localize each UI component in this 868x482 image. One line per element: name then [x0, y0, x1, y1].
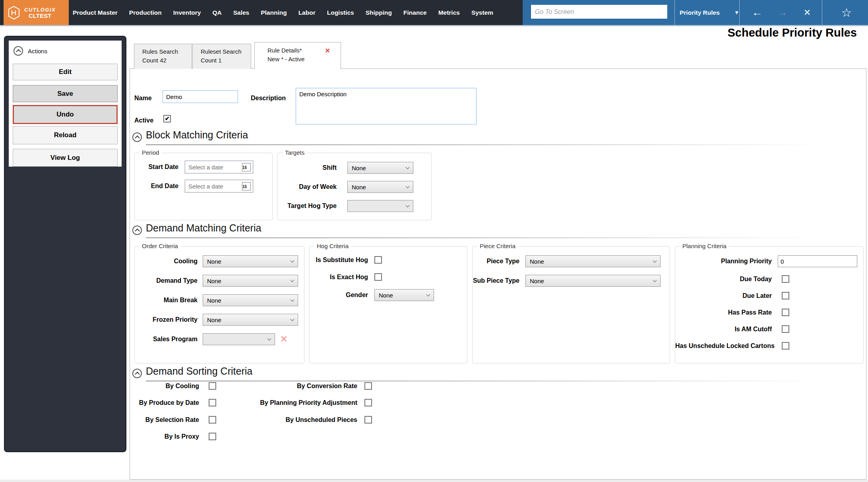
start-date-input[interactable]: Select a date 15 [185, 161, 253, 173]
cooling-dropdown[interactable]: None [203, 255, 298, 267]
is-exact-hog-checkbox[interactable] [374, 273, 382, 281]
collapse-actions-icon[interactable] [14, 46, 23, 56]
menu-item-finance[interactable]: Finance [403, 9, 427, 16]
by-conversion-rate-checkbox[interactable] [364, 382, 372, 390]
shift-label: Shift [281, 164, 337, 172]
by-selection-rate-checkbox[interactable] [209, 416, 216, 424]
main-break-dropdown[interactable]: None [203, 294, 298, 306]
menu-item-sales[interactable]: Sales [233, 9, 250, 16]
chevron-down-icon [291, 278, 294, 282]
collapse-demand-matching-icon[interactable] [132, 225, 142, 235]
by-selection-rate-label: By Selection Rate [136, 416, 199, 424]
gender-dropdown[interactable]: None [374, 289, 434, 301]
demand-type-dropdown[interactable]: None [203, 275, 298, 287]
cutlogix-logo-icon [7, 6, 21, 20]
shift-dropdown[interactable]: None [347, 162, 413, 174]
description-label: Description [251, 94, 286, 102]
planning-priority-input[interactable] [778, 255, 857, 267]
by-planning-priority-adjustment-checkbox[interactable] [364, 399, 372, 406]
collapse-block-matching-icon[interactable] [132, 132, 142, 142]
menu-item-product-master[interactable]: Product Master [73, 9, 118, 16]
menu-item-labor[interactable]: Labor [298, 9, 316, 16]
period-groupbox: Period Start Date Select a date 15 End D… [134, 153, 273, 220]
go-to-screen-input[interactable] [531, 4, 668, 19]
tab-close-icon[interactable]: ✕ [325, 47, 330, 55]
name-input[interactable] [163, 90, 238, 103]
forward-arrow-icon[interactable]: → [774, 0, 790, 25]
favorite-star-icon[interactable]: ☆ [837, 0, 856, 25]
due-today-label: Due Today [675, 275, 772, 283]
close-screen-icon[interactable]: ✕ [799, 0, 815, 25]
reload-button[interactable]: Reload [13, 126, 118, 144]
tab-rule-details[interactable]: Rule Details* New * - Active ✕ [254, 42, 341, 69]
back-arrow-icon[interactable]: ← [749, 0, 765, 25]
by-produce-by-date-checkbox[interactable] [209, 399, 216, 406]
demand-matching-title: Demand Matching Criteria [146, 222, 261, 234]
day-of-week-dropdown[interactable]: None [347, 181, 413, 193]
top-menu-bar: CUTLOGIX CLTEST Product Master Productio… [0, 0, 868, 25]
checkmark-icon: ✔ [164, 116, 170, 122]
by-unscheduled-pieces-checkbox[interactable] [364, 416, 372, 424]
due-later-checkbox[interactable] [782, 292, 789, 299]
target-hog-type-label: Target Hog Type [281, 202, 337, 210]
is-am-cutoff-checkbox[interactable] [782, 325, 789, 333]
frozen-priority-dropdown[interactable]: None [203, 314, 298, 326]
menu-item-inventory[interactable]: Inventory [173, 9, 201, 16]
has-unschedule-locked-cartons-checkbox[interactable] [782, 342, 789, 350]
clear-sales-program-icon[interactable]: ✕ [280, 335, 287, 344]
by-is-proxy-checkbox[interactable] [209, 433, 216, 440]
gender-label: Gender [312, 291, 368, 299]
page-title: Schedule Priority Rules [727, 26, 857, 39]
sub-piece-type-dropdown[interactable]: None [525, 275, 661, 287]
menu-item-qa[interactable]: QA [212, 9, 221, 16]
menu-item-logistics[interactable]: Logistics [327, 9, 354, 16]
save-button[interactable]: Save [13, 85, 118, 102]
menu-item-metrics[interactable]: Metrics [438, 9, 460, 16]
by-conversion-rate-label: By Conversion Rate [223, 382, 357, 390]
by-cooling-label: By Cooling [136, 382, 199, 390]
target-hog-type-dropdown[interactable] [347, 200, 413, 212]
menu-item-shipping[interactable]: Shipping [366, 9, 392, 16]
planning-priority-label: Planning Priority [675, 257, 772, 265]
screen-selector-dropdown[interactable]: Priority Rules ▼ [680, 0, 739, 25]
day-of-week-label: Day of Week [281, 183, 337, 191]
targets-groupbox: Targets Shift None Day of Week None Targ… [277, 153, 432, 220]
by-is-proxy-label: By Is Proxy [136, 433, 199, 441]
sales-program-label: Sales Program [138, 335, 198, 343]
is-substitute-hog-checkbox[interactable] [374, 256, 382, 264]
menu-item-planning[interactable]: Planning [261, 9, 287, 16]
sales-program-dropdown[interactable] [203, 333, 275, 345]
due-today-checkbox[interactable] [782, 275, 789, 283]
main-break-label: Main Break [138, 296, 198, 304]
end-date-input[interactable]: Select a date 15 [185, 180, 253, 192]
section-underline [146, 144, 857, 145]
menu-item-production[interactable]: Production [129, 9, 162, 16]
name-label: Name [134, 94, 152, 102]
chevron-down-icon [653, 259, 657, 263]
active-checkbox[interactable]: ✔ [163, 115, 171, 122]
end-date-label: End Date [138, 182, 178, 190]
actions-panel-header: Actions [14, 46, 47, 56]
screen-selector-label: Priority Rules [680, 9, 720, 16]
description-input[interactable]: Demo Description [296, 88, 477, 124]
undo-button[interactable]: Undo [13, 105, 118, 124]
menu-item-system[interactable]: System [471, 9, 493, 16]
targets-legend: Targets [283, 149, 307, 156]
app-window: CUTLOGIX CLTEST Product Master Productio… [0, 0, 868, 482]
topbar-divider [739, 0, 740, 25]
section-underline [146, 237, 857, 238]
calendar-icon[interactable]: 15 [242, 182, 251, 190]
actions-panel-title: Actions [28, 48, 47, 54]
tab-rules-search[interactable]: Rules Search Count 42 [134, 44, 192, 69]
by-cooling-checkbox[interactable] [209, 382, 216, 390]
edit-button[interactable]: Edit [13, 64, 118, 80]
by-unscheduled-pieces-label: By Unscheduled Pieces [223, 416, 357, 424]
order-criteria-groupbox: Order Criteria Cooling None Demand Type … [134, 246, 304, 363]
calendar-icon[interactable]: 15 [242, 163, 251, 171]
collapse-demand-sorting-icon[interactable] [132, 369, 142, 378]
hog-criteria-legend: Hog Criteria [314, 243, 351, 249]
has-pass-rate-checkbox[interactable] [782, 309, 789, 316]
view-log-button[interactable]: View Log [13, 149, 118, 167]
piece-type-dropdown[interactable]: None [525, 255, 661, 267]
tab-ruleset-search[interactable]: Ruleset Search Count 1 [192, 44, 251, 69]
